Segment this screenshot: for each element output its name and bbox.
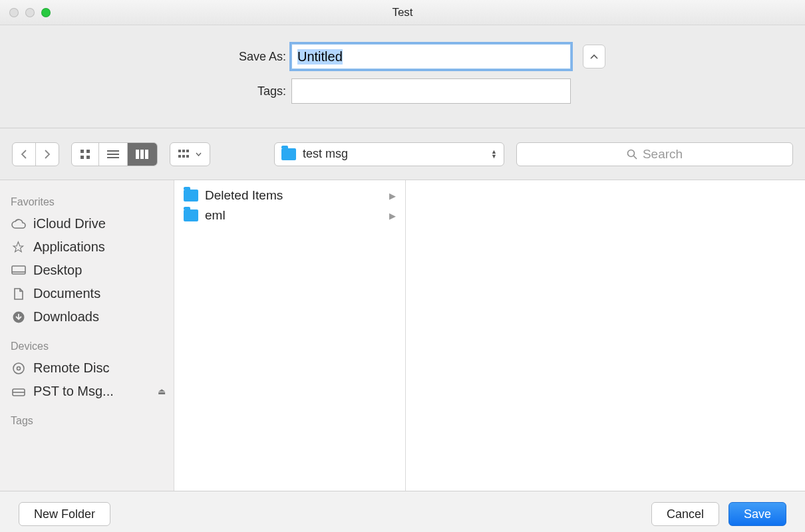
list-icon [107,150,119,159]
svg-point-16 [627,150,634,156]
nav-buttons [12,142,59,166]
folder-icon [184,190,198,201]
back-button[interactable] [13,143,36,166]
sidebar-section-favorites: Favorites [11,196,166,208]
sidebar-item-label: iCloud Drive [33,216,106,231]
svg-rect-3 [86,156,90,159]
sidebar-item-icloud-drive[interactable]: iCloud Drive [8,212,168,235]
search-icon [627,149,637,160]
titlebar: Test [0,0,805,25]
sidebar-item-label: Desktop [33,263,82,278]
sidebar-item-desktop[interactable]: Desktop [8,259,168,282]
sidebar-item-label: Documents [33,286,100,301]
view-mode-segment [71,142,158,166]
documents-icon [11,287,27,301]
downloads-icon [11,311,27,324]
search-placeholder: Search [643,147,683,162]
browser-toolbar: test msg ▲▼ Search [0,128,805,180]
sidebar-item-label: Downloads [33,309,99,325]
svg-point-21 [13,363,24,374]
columns-icon [136,150,149,159]
column-view-button[interactable] [128,143,157,166]
window-title: Test [0,6,805,19]
cancel-button[interactable]: Cancel [651,502,719,526]
sidebar-item-pst-to-msg[interactable]: PST to Msg... ⏏ [8,380,168,403]
svg-rect-2 [80,156,84,159]
list-view-button[interactable] [99,143,128,166]
save-button[interactable]: Save [728,502,786,526]
location-folder-label: test msg [303,147,484,161]
apps-icon [11,241,27,254]
forward-button[interactable] [36,143,59,166]
save-as-input[interactable] [291,44,571,69]
sidebar-item-label: PST to Msg... [33,384,114,399]
new-folder-button[interactable]: New Folder [19,502,110,526]
file-row-deleted-items[interactable]: Deleted Items ▶ [174,186,405,205]
svg-rect-1 [86,150,90,153]
sidebar-section-devices: Devices [11,340,166,352]
up-down-icon: ▲▼ [491,150,497,159]
svg-rect-18 [12,266,25,274]
chevron-left-icon [21,150,27,159]
tags-input[interactable] [291,78,571,104]
minimize-window-icon[interactable] [25,8,35,17]
window-controls [9,8,51,17]
chevron-down-icon [196,152,202,156]
sidebar-item-applications[interactable]: Applications [8,235,168,259]
tags-label: Tags: [200,84,286,98]
disc-icon [11,362,27,375]
svg-rect-12 [186,150,189,152]
zoom-window-icon[interactable] [41,8,51,17]
svg-rect-9 [145,150,148,159]
group-icon [178,150,193,159]
location-popup[interactable]: test msg ▲▼ [274,142,504,166]
folder-icon [281,148,296,160]
save-as-label: Save As: [200,50,286,64]
chevron-right-icon: ▶ [389,191,396,201]
desktop-icon [11,265,27,276]
svg-rect-11 [182,150,185,152]
chevron-right-icon: ▶ [389,211,396,221]
file-column-1 [406,180,805,491]
svg-rect-10 [178,150,181,152]
cloud-icon [11,219,27,229]
icon-view-button[interactable] [72,143,99,166]
sidebar-section-tags: Tags [11,415,166,427]
group-by-button[interactable] [170,142,210,166]
close-window-icon[interactable] [9,8,19,17]
chevron-up-icon [590,54,598,59]
folder-icon [184,209,198,221]
sidebar-item-downloads[interactable]: Downloads [8,305,168,329]
file-row-label: eml [205,208,226,223]
svg-rect-14 [182,155,185,158]
file-row-label: Deleted Items [205,188,283,203]
collapse-dialog-button[interactable] [583,45,605,68]
file-column-0: Deleted Items ▶ eml ▶ [174,180,406,491]
save-as-panel: Save As: Tags: [0,25,805,128]
svg-rect-13 [178,155,181,158]
file-browser: Favorites iCloud Drive Applications Desk… [0,180,805,491]
sidebar-item-documents[interactable]: Documents [8,282,168,305]
sidebar: Favorites iCloud Drive Applications Desk… [0,180,174,491]
svg-rect-0 [80,150,84,153]
drive-icon [11,386,27,397]
svg-point-22 [17,366,21,370]
svg-rect-15 [186,155,189,158]
sidebar-item-remote-disc[interactable]: Remote Disc [8,356,168,380]
chevron-right-icon [44,150,51,159]
eject-icon[interactable]: ⏏ [158,386,166,396]
dialog-footer: New Folder Cancel Save [0,491,805,532]
sidebar-item-label: Remote Disc [33,360,109,376]
search-field[interactable]: Search [516,142,793,166]
svg-line-17 [633,156,637,159]
file-row-eml[interactable]: eml ▶ [174,205,405,225]
svg-rect-8 [140,150,144,159]
svg-rect-7 [136,150,139,159]
sidebar-item-label: Applications [33,239,105,255]
grid-icon [80,149,90,160]
